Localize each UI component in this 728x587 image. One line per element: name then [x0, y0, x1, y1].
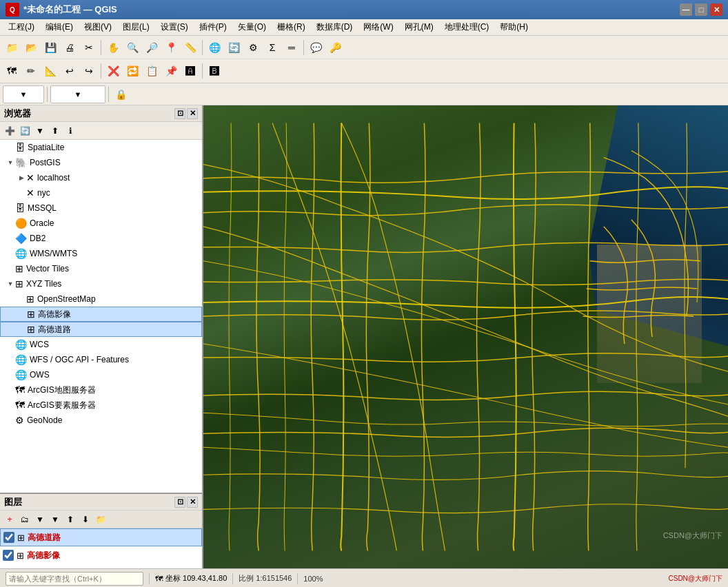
layers-filter2-btn[interactable]: ▼	[48, 513, 62, 526]
toolbar-btn-key[interactable]: 🔑	[326, 39, 344, 56]
browser-item-mssql[interactable]: 🗄MSSQL	[0, 200, 202, 216]
browser-tree[interactable]: 🗄SpatiaLite▼🐘PostGIS▶✕localhost✕nyc🗄MSSQ…	[0, 140, 202, 493]
toolbar-btn-pin[interactable]: 📌	[162, 62, 180, 80]
browser-item-gaode-road[interactable]: ⊞高德道路	[0, 322, 202, 337]
toolbar-btn-layout[interactable]: ═	[283, 39, 301, 56]
browser-collapse-btn[interactable]: ⬆	[48, 124, 62, 138]
layers-group-btn[interactable]: 📁	[94, 513, 108, 526]
toolbar-btn-settings[interactable]: ⚙	[244, 39, 262, 56]
browser-refresh-btn[interactable]: 🔄	[18, 124, 32, 138]
layer-item-gaode-road-layer[interactable]: ⊞高德道路	[0, 528, 202, 546]
toolbar-btn-print[interactable]: 🖨	[61, 39, 79, 56]
browser-item-geonode[interactable]: ⚙GeoNode	[0, 413, 202, 428]
toolbar-btn-basemap[interactable]: 🗺	[3, 62, 21, 80]
menu-item-menu-plugins[interactable]: 插件(P)	[194, 20, 232, 34]
icon-arcgis-map: 🗺	[15, 384, 25, 395]
menu-item-menu-view[interactable]: 视图(V)	[79, 20, 117, 34]
toolbar-btn-edit-digitize[interactable]: ✏	[22, 62, 40, 80]
toolbar-btn-zoom-in[interactable]: 🔍	[123, 39, 141, 56]
layers-panel-close-btn[interactable]: ✕	[187, 497, 198, 508]
toolbar-btn-measure[interactable]: 📏	[181, 39, 199, 56]
menu-item-menu-database[interactable]: 数据库(D)	[311, 20, 358, 34]
label-gaode-imagery: 高德影像	[38, 309, 71, 320]
lock-btn[interactable]: 🔒	[112, 85, 130, 103]
crs-selector[interactable]: ▼	[3, 85, 44, 103]
menu-item-menu-mesh[interactable]: 网孔(M)	[399, 20, 439, 34]
browser-item-nyc[interactable]: ✕nyc	[0, 185, 202, 200]
browser-add-btn[interactable]: ➕	[3, 124, 17, 138]
toolbar-btn-tips[interactable]: 💬	[307, 39, 325, 56]
menu-item-menu-web[interactable]: 网络(W)	[358, 20, 398, 34]
browser-item-arcgis-feature[interactable]: 🗺ArcGIS要素服务器	[0, 398, 202, 413]
browser-item-wms-wmts[interactable]: 🌐WMS/WMTS	[0, 246, 202, 261]
status-bar: 🗺 坐标 109.43,41.80 比例 1:6151546 100% CSDN…	[0, 568, 728, 587]
browser-info-btn[interactable]: ℹ	[63, 124, 77, 138]
toolbar-btn-redo[interactable]: ↪	[80, 62, 98, 80]
toolbar-btn-paste[interactable]: 📋	[143, 62, 161, 80]
menu-item-menu-layer[interactable]: 图层(L)	[117, 20, 155, 34]
menu-item-menu-project[interactable]: 工程(J)	[3, 20, 40, 34]
toolbar-btn-crs[interactable]: 🌐	[205, 39, 223, 56]
browser-item-arcgis-map[interactable]: 🗺ArcGIS地图服务器	[0, 382, 202, 398]
browser-item-openstreetmap[interactable]: ⊞OpenStreetMap	[0, 291, 202, 307]
toolbar-btn-zoom-out[interactable]: 🔎	[143, 39, 161, 56]
browser-item-gaode-imagery[interactable]: ⊞高德影像	[0, 307, 202, 322]
map-area[interactable]: CSDN@大师门下	[203, 105, 728, 568]
layers-add-btn[interactable]: +	[3, 513, 17, 526]
layers-filter-btn[interactable]: ▼	[33, 513, 47, 526]
browser-item-postgis[interactable]: ▼🐘PostGIS	[0, 155, 202, 170]
panel-close-btn[interactable]: ✕	[187, 108, 198, 119]
menu-bar: 工程(J)编辑(E)视图(V)图层(L)设置(S)插件(P)矢量(O)栅格(R)…	[0, 19, 728, 36]
menu-item-menu-edit[interactable]: 编辑(E)	[40, 20, 79, 34]
toolbar-btn-label-a[interactable]: 🅰	[181, 62, 199, 80]
layer-check-gaode-road-layer[interactable]	[3, 532, 14, 543]
browser-filter-btn[interactable]: ▼	[33, 124, 47, 138]
label-vector-tiles: Vector Tiles	[26, 264, 69, 274]
browser-item-ows[interactable]: 🌐OWS	[0, 367, 202, 382]
browser-item-vector-tiles[interactable]: ⊞Vector Tiles	[0, 261, 202, 276]
browser-item-wfs-ogc[interactable]: 🌐WFS / OGC API - Features	[0, 352, 202, 367]
panel-float-btn[interactable]: ⊡	[174, 108, 185, 119]
menu-item-menu-help[interactable]: 帮助(H)	[494, 20, 534, 34]
scale-selector[interactable]: ▼	[50, 85, 105, 103]
browser-item-db2[interactable]: 🔷DB2	[0, 231, 202, 246]
icon-geonode: ⚙	[15, 415, 24, 426]
toolbar-btn-pan[interactable]: ✋	[104, 39, 122, 56]
toolbar-btn-undo[interactable]: ↩	[61, 62, 79, 80]
toolbar-btn-label-b[interactable]: 🅱	[205, 62, 223, 80]
browser-item-localhost[interactable]: ▶✕localhost	[0, 170, 202, 185]
toolbar-btn-advanced-edit[interactable]: 📐	[41, 62, 59, 80]
toolbar-btn-cut[interactable]: ✂	[80, 39, 98, 56]
layers-move-down-btn[interactable]: ⬇	[79, 513, 92, 526]
browser-item-wcs[interactable]: 🌐WCS	[0, 337, 202, 352]
layers-remove-btn[interactable]: 🗂	[18, 513, 32, 526]
layer-item-gaode-imagery-layer[interactable]: ⊞高德影像	[0, 546, 202, 564]
toolbar-btn-open-project[interactable]: 📂	[22, 39, 40, 56]
browser-item-spatialite[interactable]: 🗄SpatiaLite	[0, 140, 202, 155]
toolbar-btn-identify[interactable]: 📍	[162, 39, 180, 56]
browser-item-xyz-tiles[interactable]: ▼⊞XYZ Tiles	[0, 276, 202, 291]
layers-panel-header: 图层 ⊡ ✕	[0, 494, 202, 511]
toolbar-btn-new-project[interactable]: 📁	[3, 39, 21, 56]
layers-panel-float-btn[interactable]: ⊡	[174, 497, 185, 508]
minimize-button[interactable]: —	[680, 3, 692, 16]
label-nyc: nyc	[37, 188, 50, 198]
toolbar-btn-save-project[interactable]: 💾	[41, 39, 59, 56]
menu-item-menu-raster[interactable]: 栅格(R)	[272, 20, 311, 34]
browser-item-oracle[interactable]: 🟠Oracle	[0, 216, 202, 231]
layers-move-up-btn[interactable]: ⬆	[63, 513, 77, 526]
maximize-button[interactable]: □	[695, 3, 707, 16]
menu-item-menu-geoprocessing[interactable]: 地理处理(C)	[439, 20, 495, 34]
menu-item-menu-vector[interactable]: 矢量(O)	[232, 20, 272, 34]
toolbar-btn-refresh[interactable]: 🔄	[225, 39, 243, 56]
toolbar-btn-sum[interactable]: Σ	[263, 39, 281, 56]
layer-check-gaode-imagery-layer[interactable]	[3, 550, 14, 561]
menu-item-menu-settings[interactable]: 设置(S)	[155, 20, 194, 34]
close-button[interactable]: ✕	[710, 3, 722, 16]
sidebar: 浏览器 ⊡ ✕ ➕ 🔄 ▼ ⬆ ℹ 🗄SpatiaLite▼🐘PostGIS▶✕…	[0, 105, 203, 568]
search-input[interactable]	[6, 572, 143, 586]
toolbar-btn-rotate[interactable]: 🔁	[123, 62, 141, 80]
layer-icon-gaode-imagery-layer: ⊞	[17, 550, 24, 561]
label-spatialite: SpatiaLite	[28, 143, 64, 152]
toolbar-btn-delete[interactable]: ❌	[104, 62, 122, 80]
